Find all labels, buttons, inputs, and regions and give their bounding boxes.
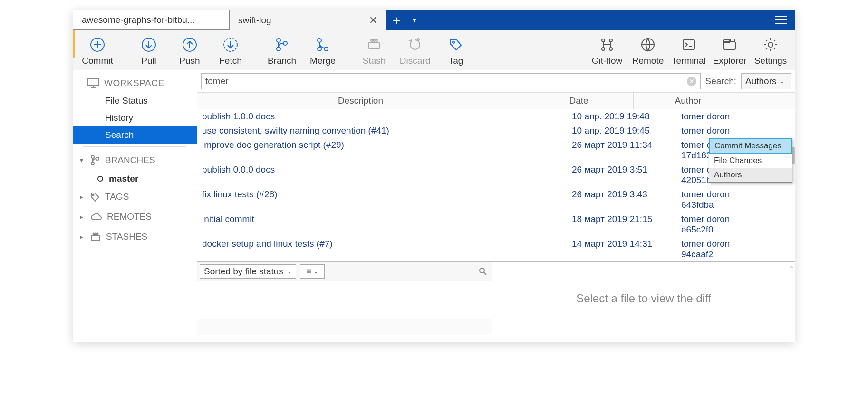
section-label: BRANCHES (105, 155, 155, 165)
close-icon[interactable]: ✕ (369, 14, 377, 27)
stash-button[interactable]: Stash (354, 34, 394, 68)
dropdown-item-authors[interactable]: Authors (709, 168, 792, 182)
scroll-up-icon[interactable]: ⌃ (789, 265, 794, 272)
commit-row[interactable]: initial commit18 март 2019 21:15tomer do… (197, 212, 795, 237)
branch-icon (273, 36, 291, 54)
clear-icon[interactable]: ✕ (687, 77, 696, 86)
search-input[interactable] (205, 76, 687, 87)
svg-point-13 (277, 47, 280, 51)
toolbar-label: Stash (363, 56, 386, 66)
folder-icon (721, 36, 739, 54)
new-tab-button[interactable]: ＋ (386, 10, 406, 30)
search-scope-select[interactable]: Authors ⌄ (741, 73, 791, 89)
chevron-down-icon: ▾ (77, 156, 85, 164)
search-bar: ✕ Search: Authors ⌄ (197, 70, 795, 93)
commit-row[interactable]: publish 1.0.0 docs10 апр. 2019 19:48tome… (197, 109, 795, 124)
section-label: STASHES (106, 232, 147, 242)
file-list-body[interactable] (197, 281, 492, 319)
settings-button[interactable]: Settings (751, 34, 791, 68)
commit-button[interactable]: Commit (77, 34, 117, 68)
search-scope-value: Authors (745, 76, 776, 87)
gitflow-button[interactable]: Git-flow (587, 34, 627, 68)
current-branch-icon (97, 176, 103, 182)
svg-point-17 (324, 47, 328, 51)
sidebar-item-search[interactable]: Search (73, 126, 197, 144)
terminal-icon (680, 36, 698, 54)
push-button[interactable]: Push (170, 34, 210, 68)
tag-icon (447, 36, 465, 54)
cell-date: 14 март 2019 14:31 (572, 239, 681, 260)
toolbar-label: Remote (632, 56, 664, 66)
tab-dropdown-button[interactable]: ▼ (406, 16, 423, 24)
tag-button[interactable]: Tag (436, 34, 476, 68)
merge-icon (314, 36, 332, 54)
branch-master[interactable]: master (73, 171, 197, 187)
cell-description: fix linux tests (#28) (202, 189, 572, 210)
search-scope-label: Search: (704, 76, 738, 87)
svg-rect-18 (369, 42, 379, 49)
branch-name: master (109, 174, 138, 184)
toolbar-label: Merge (310, 56, 336, 66)
sidebar-section-tags[interactable]: ▸ TAGS (73, 187, 197, 207)
col-description[interactable]: Description (197, 93, 524, 109)
discard-button[interactable]: Discard (395, 34, 435, 68)
commit-row[interactable]: docker setup and linux tests (#7)14 март… (197, 237, 795, 261)
explorer-button[interactable]: Explorer (710, 34, 750, 68)
toolbar-label: Terminal (672, 56, 706, 66)
file-search-button[interactable] (477, 265, 489, 278)
commit-row[interactable]: publish 0.0.0 docs26 март 2019 3:51tomer… (197, 163, 795, 187)
commits-grid-header: Description Date Author (197, 93, 795, 109)
commit-row[interactable]: fix linux tests (#28)26 март 2019 3:43to… (197, 187, 795, 212)
dropdown-item-commit-messages[interactable]: Commit Messages (709, 138, 792, 154)
sort-select[interactable]: Sorted by file status ⌄ (200, 264, 296, 279)
commit-row[interactable]: use consistent, swifty naming convention… (197, 124, 795, 138)
toolbar-label: Discard (400, 56, 430, 66)
cell-date: 10 апр. 2019 19:45 (572, 126, 681, 136)
view-mode-select[interactable]: ≡ ⌄ (300, 264, 325, 279)
col-hash[interactable] (743, 93, 795, 109)
col-date[interactable]: Date (524, 93, 634, 109)
sidebar-item-history[interactable]: History (73, 109, 197, 126)
sidebar-section-stashes[interactable]: ▸ STASHES (73, 227, 197, 247)
monitor-icon (87, 78, 99, 88)
svg-point-34 (768, 42, 773, 47)
branch-button[interactable]: Branch (262, 34, 302, 68)
svg-point-14 (283, 41, 287, 45)
svg-point-12 (277, 39, 280, 42)
chevron-down-icon: ⌄ (780, 78, 785, 85)
remote-button[interactable]: Remote (628, 34, 668, 68)
sidebar-item-file-status[interactable]: File Status (73, 92, 197, 109)
commits-grid[interactable]: publish 1.0.0 docs10 апр. 2019 19:48tome… (197, 109, 795, 261)
sidebar-section-remotes[interactable]: ▸ REMOTES (73, 207, 197, 227)
dropdown-item-file-changes[interactable]: File Changes (709, 154, 792, 168)
cloud-icon (90, 212, 102, 222)
cell-description: improve doc generation script (#29) (202, 140, 572, 161)
sidebar: WORKSPACE File Status History Search ▾ B… (73, 70, 197, 335)
sidebar-section-branches[interactable]: ▾ BRANCHES (73, 150, 197, 171)
cell-author: tomer doron (681, 111, 791, 122)
cell-hash: 643fdba (681, 200, 733, 210)
col-author[interactable]: Author (634, 93, 743, 109)
plus-circle-icon (88, 36, 106, 54)
pull-button[interactable]: Pull (129, 34, 169, 68)
tab-awesome-graphs[interactable]: awesome-graphs-for-bitbu... (73, 10, 230, 30)
cell-description: publish 1.0.0 docs (202, 111, 572, 122)
merge-button[interactable]: Merge (303, 34, 343, 68)
section-label: TAGS (105, 192, 129, 202)
main-panel: ✕ Search: Authors ⌄ Description Date Aut… (197, 70, 795, 335)
menu-button[interactable] (767, 10, 795, 30)
toolbar-label: Settings (754, 56, 787, 66)
tag-icon (90, 192, 100, 202)
chevron-right-icon: ▸ (77, 193, 85, 201)
diff-placeholder: Select a file to view the diff (576, 292, 711, 305)
fetch-button[interactable]: Fetch (211, 34, 251, 68)
toolbar: Commit Pull Push Fetch Branch Merge Stas… (73, 30, 795, 70)
svg-point-26 (609, 39, 612, 42)
search-input-wrap: ✕ (201, 73, 701, 89)
cell-author: tomer doron (681, 126, 791, 136)
tab-swift-log[interactable]: swift-log ✕ (230, 10, 386, 30)
commit-row[interactable]: improve doc generation script (#29)26 ма… (197, 138, 795, 163)
svg-point-27 (609, 48, 612, 50)
terminal-button[interactable]: Terminal (669, 34, 709, 68)
toolbar-label: Git-flow (592, 56, 622, 66)
